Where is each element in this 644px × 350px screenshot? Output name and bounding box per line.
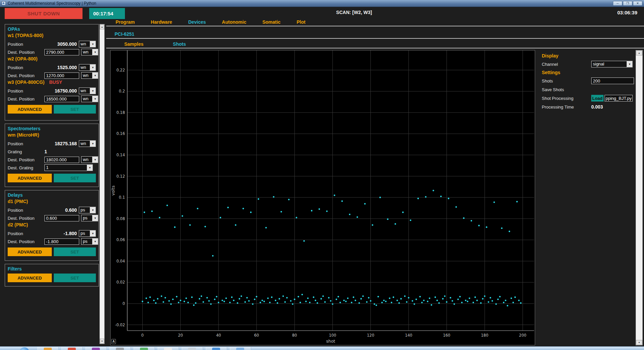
taskbar-button[interactable] <box>86 347 107 350</box>
menu-item-program[interactable]: Program <box>116 19 135 25</box>
advanced-button[interactable]: ADVANCED <box>8 174 52 182</box>
row-dest-position: Dest. Positionps▼ <box>8 214 96 222</box>
taskbar-button[interactable] <box>110 347 131 350</box>
dest-position-input[interactable] <box>44 157 79 163</box>
dest-grating-select[interactable]: 1▼ <box>44 164 93 171</box>
set-button[interactable]: SET <box>54 105 96 114</box>
unit-select-ps[interactable]: ps▼ <box>81 238 98 245</box>
taskbar[interactable] <box>0 346 644 350</box>
taskbar-button[interactable] <box>182 347 203 350</box>
set-button[interactable]: SET <box>54 247 96 256</box>
chevron-down-icon[interactable]: ▼ <box>93 72 98 79</box>
dest-position-input[interactable] <box>44 72 79 79</box>
right-scrollbar[interactable]: ▲ ▼ <box>636 50 643 345</box>
load-button[interactable]: Load <box>591 95 604 102</box>
menu-item-autonomic[interactable]: Autonomic <box>222 19 246 25</box>
chevron-down-icon[interactable]: ▼ <box>90 41 96 47</box>
unit-select-wn[interactable]: wn▼ <box>81 72 98 79</box>
menu-item-devices[interactable]: Devices <box>188 19 206 25</box>
save-shots-label: Save Shots <box>542 87 591 92</box>
set-button[interactable]: SET <box>54 274 96 282</box>
chevron-down-icon[interactable]: ▼ <box>93 215 98 221</box>
data-point <box>292 303 294 305</box>
taskbar-button[interactable] <box>134 347 155 350</box>
chevron-down-icon[interactable]: ▼ <box>90 140 96 147</box>
close-button[interactable]: ✕ <box>633 1 642 6</box>
unit-select-ps[interactable]: ps▼ <box>79 207 96 213</box>
taskbar-button[interactable] <box>37 347 59 350</box>
unit-select-wn[interactable]: wn▼ <box>79 88 96 94</box>
scroll-down-icon[interactable]: ▼ <box>100 339 104 344</box>
chevron-down-icon[interactable]: ▼ <box>87 164 93 171</box>
data-point <box>199 298 200 300</box>
chevron-down-icon[interactable]: ▼ <box>90 207 96 213</box>
auto-range-button[interactable]: A <box>111 339 116 344</box>
advanced-button[interactable]: ADVANCED <box>8 274 52 282</box>
dest-position-input[interactable] <box>44 49 79 55</box>
data-point <box>298 296 299 298</box>
chevron-down-icon[interactable]: ▼ <box>93 49 98 55</box>
start-orb-icon[interactable] <box>19 347 29 350</box>
chevron-down-icon[interactable]: ▼ <box>93 238 98 245</box>
chevron-down-icon[interactable]: ▼ <box>627 61 633 67</box>
unit-select-wn[interactable]: wn▼ <box>79 140 96 147</box>
taskbar-button[interactable] <box>206 347 227 350</box>
field-label: Dest. Position <box>8 216 44 221</box>
unit-select-wn[interactable]: wn▼ <box>81 96 98 102</box>
button-row: ADVANCEDSET <box>8 247 96 256</box>
minimize-button[interactable]: ─ <box>613 1 622 6</box>
chevron-down-icon[interactable]: ▼ <box>90 88 96 94</box>
data-point <box>482 298 484 300</box>
taskbar-button[interactable] <box>158 347 179 350</box>
shots-input[interactable] <box>591 77 634 84</box>
chevron-down-icon[interactable]: ▼ <box>93 96 98 102</box>
data-point <box>191 297 193 298</box>
data-point <box>452 300 453 302</box>
chevron-down-icon[interactable]: ▼ <box>93 156 98 163</box>
scan-label: SCAN: [W2, W3] <box>319 10 389 15</box>
chevron-down-icon[interactable]: ▼ <box>90 230 96 237</box>
restore-button[interactable]: ❐ <box>623 1 632 6</box>
dest-position-input[interactable] <box>44 238 79 245</box>
unit-select-wn[interactable]: wn▼ <box>79 41 96 47</box>
field-label: Dest. Position <box>8 50 44 55</box>
unit-select-ps[interactable]: ps▼ <box>79 230 96 237</box>
shot-processing-file-input[interactable] <box>605 95 633 102</box>
unit-select-wn[interactable]: wn▼ <box>81 49 98 55</box>
chevron-down-icon[interactable]: ▼ <box>90 64 96 71</box>
channel-select[interactable]: signal ▼ <box>591 61 633 67</box>
data-point <box>394 223 396 225</box>
data-point <box>387 218 388 220</box>
taskbar-button[interactable] <box>230 347 251 350</box>
scroll-down-icon[interactable]: ▼ <box>636 340 642 345</box>
tab-pci-6251[interactable]: PCI-6251 <box>115 31 134 37</box>
dest-position-input[interactable] <box>44 96 79 102</box>
unit-select-ps[interactable]: ps▼ <box>81 215 98 221</box>
data-point <box>364 203 366 205</box>
advanced-button[interactable]: ADVANCED <box>8 247 52 256</box>
sidebar-scrollbar[interactable]: ▲ ▼ <box>100 24 105 344</box>
select-value: 1 <box>44 164 87 171</box>
scroll-up-icon[interactable]: ▲ <box>636 50 642 55</box>
data-point <box>431 304 432 306</box>
scroll-up-icon[interactable]: ▲ <box>100 24 104 29</box>
data-point <box>469 298 470 299</box>
tab-shots[interactable]: Shots <box>173 41 186 47</box>
unit-select-wn[interactable]: wn▼ <box>79 64 96 71</box>
set-button[interactable]: SET <box>54 174 96 182</box>
advanced-button[interactable]: ADVANCED <box>8 105 52 114</box>
dest-position-input[interactable] <box>44 215 79 221</box>
menu-item-plot[interactable]: Plot <box>297 19 305 25</box>
menu-item-somatic[interactable]: Somatic <box>262 19 280 25</box>
plot-container[interactable]: -0.0200.020.040.060.080.10.120.140.160.1… <box>110 50 535 345</box>
shutdown-button[interactable]: SHUT DOWN <box>5 8 83 19</box>
titlebar[interactable]: Coherent Multidimensional Spectroscopy |… <box>0 0 644 7</box>
data-point <box>159 217 160 218</box>
unit-select-wn[interactable]: wn▼ <box>81 156 98 163</box>
taskbar-button[interactable] <box>61 347 83 350</box>
menu-item-hardware[interactable]: Hardware <box>151 19 172 25</box>
scatter-plot[interactable]: -0.0200.020.040.060.080.10.120.140.160.1… <box>111 50 535 345</box>
position-value: 0.600 <box>44 207 77 213</box>
tab-samples[interactable]: Samples <box>124 41 144 47</box>
data-point <box>252 303 254 305</box>
